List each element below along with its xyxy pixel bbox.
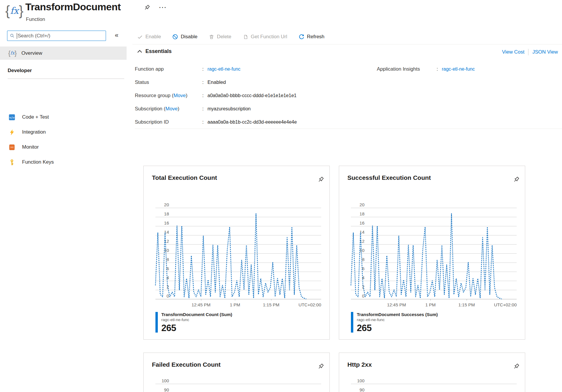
sidebar-item-code-test[interactable]: </> Code + Test	[0, 111, 127, 123]
essentials-links: View Cost JSON View	[502, 49, 558, 55]
subscription-value: myazuresubscription	[208, 106, 251, 112]
plot-area: 2018161412108642012:45 PM1 PM1:15 PMUTC+…	[155, 208, 321, 317]
move-subscription-link[interactable]: Move	[165, 106, 178, 112]
plot-area: 2018161412108642012:45 PM1 PM1:15 PMUTC+…	[351, 208, 517, 317]
refresh-button[interactable]: Refresh	[299, 34, 325, 40]
page-title: TransformDocument	[25, 1, 121, 13]
get-function-url-button[interactable]: Get Function Url	[243, 34, 287, 40]
legend-total: 265	[161, 323, 232, 333]
more-options-icon[interactable]: …	[158, 1, 167, 10]
essentials-collapse[interactable]: Essentials	[137, 48, 172, 54]
pin-icon[interactable]	[143, 4, 151, 12]
application-insights-link[interactable]: ragc-etl-ne-func	[442, 67, 475, 72]
sidebar-item-function-keys[interactable]: Function Keys	[0, 156, 127, 168]
sidebar: « {fx} Overview Developer </> Code + Tes…	[0, 29, 127, 392]
delete-button[interactable]: Delete	[209, 34, 231, 40]
pin-icon[interactable]	[512, 363, 520, 371]
command-bar: Enable Disable Delete Get Function Url R…	[132, 29, 562, 44]
collapse-sidebar-button[interactable]: «	[115, 31, 118, 39]
trash-icon	[209, 34, 214, 40]
divider	[528, 49, 528, 55]
essentials-left-column: Function app : ragc-etl-ne-func Status :…	[135, 62, 297, 129]
chart-legend: TransformDocument Count (Sum) ragc-etl-n…	[155, 312, 232, 333]
code-test-icon: </>	[9, 114, 15, 120]
sidebar-item-label: Code + Test	[22, 114, 49, 120]
view-cost-link[interactable]: View Cost	[502, 49, 524, 55]
plot-area: 1009080706050403020100	[351, 384, 517, 392]
essentials-row-function-app: Function app : ragc-etl-ne-func	[135, 62, 297, 76]
refresh-icon	[299, 34, 304, 40]
chart-legend: TransformDocument Successes (Sum) ragc-e…	[351, 312, 438, 333]
integration-icon	[9, 129, 15, 135]
sidebar-item-label: Overview	[21, 50, 42, 56]
legend-total: 265	[357, 323, 438, 333]
legend-color-bar	[351, 312, 353, 333]
divider	[135, 129, 562, 129]
chart-title: Http 2xx	[347, 361, 372, 368]
monitor-icon	[9, 144, 15, 150]
sidebar-item-monitor[interactable]: Monitor	[0, 141, 127, 153]
page-subtitle: Function	[26, 16, 45, 22]
block-icon	[172, 34, 178, 40]
function-fx-icon: {fx}	[5, 2, 24, 19]
sidebar-search[interactable]	[7, 31, 106, 41]
chevron-up-icon	[137, 50, 142, 53]
search-input[interactable]	[18, 33, 106, 39]
pin-icon[interactable]	[317, 363, 325, 371]
status-value: Enabled	[208, 79, 226, 85]
chart-card-http-2xx: Http 2xx 1009080706050403020100	[339, 353, 525, 392]
function-app-link[interactable]: ragc-etl-ne-func	[208, 67, 241, 72]
chart-title: Total Execution Count	[152, 174, 217, 181]
resource-group-value: a0a0a0a0-bbbb-cccc-dddd-e1e1e1e1e1e1	[208, 93, 296, 98]
chart-card-total-execution-count: Total Execution Count 201816141210864201…	[143, 166, 330, 340]
essentials-row-resource-group: Resource group (Move) : a0a0a0a0-bbbb-cc…	[135, 89, 297, 102]
sidebar-item-label: Monitor	[22, 144, 39, 150]
plot-area: 1009080706050403020100	[155, 384, 321, 392]
chart-title: Successful Execution Count	[347, 174, 431, 181]
azure-function-overview-page: { "strings": { "colon": ":", "open_paren…	[0, 0, 562, 392]
chart-title: Failed Execution Count	[152, 361, 221, 368]
svg-text:</>: </>	[9, 116, 15, 119]
pin-icon[interactable]	[317, 176, 325, 184]
pin-icon[interactable]	[512, 176, 520, 184]
subscription-id-value: aaaa0a0a-bb1b-cc2c-dd3d-eeeeee4e4e4e	[208, 119, 297, 125]
sidebar-item-overview[interactable]: {fx} Overview	[0, 46, 127, 60]
sidebar-item-label: Function Keys	[22, 159, 54, 165]
chart-card-failed-execution-count: Failed Execution Count 10090807060504030…	[143, 353, 330, 392]
text-cursor	[17, 33, 17, 39]
function-keys-icon	[9, 159, 15, 165]
search-icon	[10, 33, 15, 38]
enable-button[interactable]: Enable	[137, 34, 161, 40]
essentials-row-subscription: Subscription (Move) : myazuresubscriptio…	[135, 102, 297, 115]
divider	[8, 79, 124, 79]
json-view-link[interactable]: JSON View	[532, 49, 558, 55]
move-resource-group-link[interactable]: Move	[173, 93, 186, 98]
essentials-title: Essentials	[145, 48, 172, 54]
essentials-right-column: Application Insights : ragc-etl-ne-func	[377, 62, 475, 76]
sidebar-item-integration[interactable]: Integration	[0, 126, 127, 138]
sidebar-section-developer: Developer	[8, 68, 32, 74]
copy-link-icon	[243, 34, 248, 40]
essentials-row-status: Status : Enabled	[135, 76, 297, 89]
chart-card-successful-execution-count: Successful Execution Count 2018161412108…	[339, 166, 525, 340]
legend-color-bar	[155, 312, 158, 333]
essentials-row-subscription-id: Subscription ID : aaaa0a0a-bb1b-cc2c-dd3…	[135, 115, 297, 129]
essentials-row-application-insights: Application Insights : ragc-etl-ne-func	[377, 62, 475, 76]
disable-button[interactable]: Disable	[172, 34, 198, 40]
sidebar-item-label: Integration	[22, 129, 46, 135]
check-icon	[137, 34, 143, 40]
fx-icon: {fx}	[8, 50, 17, 57]
